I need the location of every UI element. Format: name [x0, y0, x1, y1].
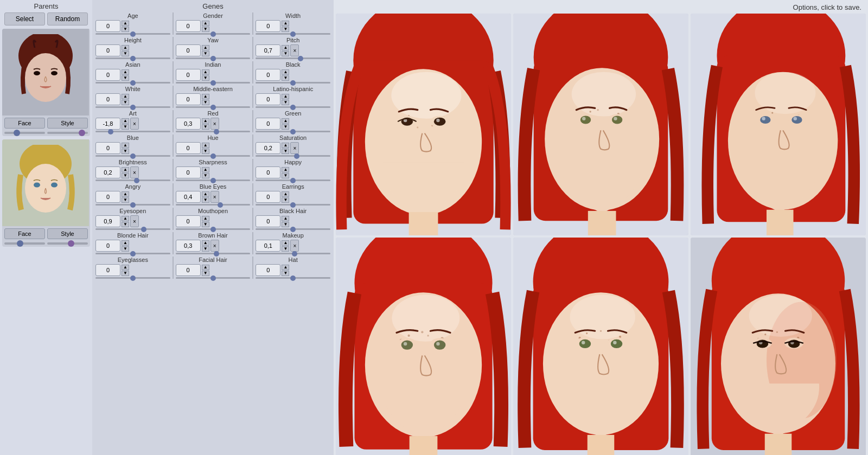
gene-spin-up-1-2[interactable]: ▲ [282, 45, 289, 50]
gene-spin-down-3-0[interactable]: ▼ [122, 100, 129, 105]
gene-slider-8-0[interactable] [95, 228, 170, 230]
gene-spin-down-10-0[interactable]: ▼ [122, 271, 129, 276]
gene-input-9-0[interactable] [95, 240, 120, 252]
gene-slider-4-0[interactable] [95, 131, 170, 132]
gene-spin-up-7-2[interactable]: ▲ [282, 191, 289, 197]
gene-slider-3-1[interactable] [176, 106, 251, 108]
parent-1-face-tab[interactable]: Face [4, 118, 45, 129]
gene-input-4-1[interactable] [176, 118, 201, 130]
gene-input-1-1[interactable] [176, 44, 201, 56]
gene-spin-down-1-0[interactable]: ▼ [122, 51, 129, 56]
gene-x-btn-9-2[interactable]: × [290, 240, 299, 252]
gene-x-btn-8-0[interactable]: × [130, 215, 139, 227]
gene-input-2-0[interactable] [95, 69, 120, 81]
gene-spin-down-9-2[interactable]: ▼ [282, 246, 289, 252]
face-cell-3[interactable] [691, 14, 866, 235]
gene-spin-down-6-2[interactable]: ▼ [282, 173, 289, 178]
gene-spin-down-6-0[interactable]: ▼ [122, 173, 129, 178]
gene-spin-up-2-1[interactable]: ▲ [202, 69, 209, 75]
gene-slider-1-2[interactable] [256, 57, 330, 59]
gene-spin-down-8-0[interactable]: ▼ [122, 222, 129, 227]
gene-spin-down-4-0[interactable]: ▼ [122, 124, 129, 130]
gene-input-5-0[interactable] [95, 142, 120, 154]
gene-input-5-1[interactable] [176, 142, 201, 154]
gene-input-3-1[interactable] [176, 93, 201, 105]
gene-spin-up-6-1[interactable]: ▲ [202, 167, 209, 172]
gene-spin-down-4-2[interactable]: ▼ [282, 124, 289, 130]
gene-x-btn-5-2[interactable]: × [290, 142, 299, 154]
gene-input-4-2[interactable] [256, 118, 280, 130]
gene-spin-up-3-0[interactable]: ▲ [122, 94, 129, 99]
face-cell-4[interactable] [336, 238, 511, 455]
gene-input-10-2[interactable] [256, 264, 280, 276]
gene-spin-up-9-2[interactable]: ▲ [282, 240, 289, 246]
parent-2-style-slider[interactable] [47, 242, 88, 245]
gene-spin-down-10-2[interactable]: ▼ [282, 271, 289, 276]
face-cell-6[interactable] [691, 238, 866, 455]
select-button[interactable]: Select [4, 12, 45, 25]
gene-x-btn-9-1[interactable]: × [210, 240, 219, 252]
gene-input-1-2[interactable] [256, 44, 280, 56]
gene-spin-up-8-1[interactable]: ▲ [202, 216, 209, 221]
parent-2-image[interactable] [2, 139, 89, 226]
gene-spin-up-9-0[interactable]: ▲ [122, 240, 129, 246]
parent-2-style-tab[interactable]: Style [47, 228, 88, 239]
gene-slider-2-0[interactable] [95, 82, 170, 84]
gene-x-btn-6-0[interactable]: × [130, 166, 139, 178]
gene-x-btn-1-2[interactable]: × [290, 44, 299, 56]
gene-spin-up-5-1[interactable]: ▲ [202, 143, 209, 148]
parent-1-face-slider[interactable] [4, 132, 45, 134]
parent-2-face-tab[interactable]: Face [4, 228, 45, 239]
gene-slider-5-1[interactable] [176, 155, 251, 157]
gene-spin-down-10-1[interactable]: ▼ [202, 271, 209, 276]
gene-spin-down-6-1[interactable]: ▼ [202, 173, 209, 178]
gene-input-7-2[interactable] [256, 191, 280, 203]
gene-spin-up-5-2[interactable]: ▲ [282, 143, 289, 148]
gene-spin-down-0-0[interactable]: ▼ [122, 27, 129, 32]
gene-input-0-1[interactable] [176, 20, 201, 32]
gene-input-0-0[interactable] [95, 20, 120, 32]
gene-slider-9-2[interactable] [256, 253, 330, 254]
gene-input-6-1[interactable] [176, 166, 201, 178]
gene-spin-up-8-0[interactable]: ▲ [122, 216, 129, 221]
gene-slider-3-2[interactable] [256, 106, 330, 108]
gene-slider-5-2[interactable] [256, 155, 330, 157]
gene-input-8-0[interactable] [95, 215, 120, 227]
gene-spin-up-9-1[interactable]: ▲ [202, 240, 209, 246]
gene-spin-down-0-2[interactable]: ▼ [282, 27, 289, 32]
gene-spin-down-9-0[interactable]: ▼ [122, 246, 129, 252]
gene-spin-up-1-0[interactable]: ▲ [122, 45, 129, 50]
gene-x-btn-4-0[interactable]: × [130, 118, 139, 130]
gene-slider-7-0[interactable] [95, 204, 170, 206]
gene-spin-down-9-1[interactable]: ▼ [202, 246, 209, 252]
gene-spin-down-2-1[interactable]: ▼ [202, 75, 209, 81]
gene-slider-4-1[interactable] [176, 131, 251, 132]
gene-slider-0-0[interactable] [95, 33, 170, 35]
gene-spin-down-0-1[interactable]: ▼ [202, 27, 209, 32]
gene-slider-10-2[interactable] [256, 277, 330, 279]
gene-input-6-0[interactable] [95, 166, 120, 178]
gene-slider-10-1[interactable] [176, 277, 251, 279]
gene-spin-up-0-2[interactable]: ▲ [282, 21, 289, 26]
gene-spin-up-4-1[interactable]: ▲ [202, 118, 209, 124]
gene-input-1-0[interactable] [95, 44, 120, 56]
gene-slider-5-0[interactable] [95, 155, 170, 157]
gene-slider-6-0[interactable] [95, 180, 170, 181]
gene-spin-up-0-1[interactable]: ▲ [202, 21, 209, 26]
gene-spin-down-3-1[interactable]: ▼ [202, 100, 209, 105]
gene-spin-up-4-0[interactable]: ▲ [122, 118, 129, 124]
gene-input-8-2[interactable] [256, 215, 280, 227]
face-cell-1[interactable] [336, 14, 511, 235]
parent-1-style-slider[interactable] [47, 132, 88, 134]
gene-input-3-0[interactable] [95, 93, 120, 105]
face-cell-5[interactable] [513, 238, 688, 455]
gene-input-7-0[interactable] [95, 191, 120, 203]
gene-spin-down-1-1[interactable]: ▼ [202, 51, 209, 56]
gene-slider-8-2[interactable] [256, 228, 330, 230]
gene-input-7-1[interactable] [176, 191, 201, 203]
gene-spin-up-6-2[interactable]: ▲ [282, 167, 289, 172]
gene-spin-down-5-2[interactable]: ▼ [282, 149, 289, 154]
gene-spin-up-4-2[interactable]: ▲ [282, 118, 289, 124]
gene-slider-0-1[interactable] [176, 33, 251, 35]
gene-spin-down-2-2[interactable]: ▼ [282, 75, 289, 81]
